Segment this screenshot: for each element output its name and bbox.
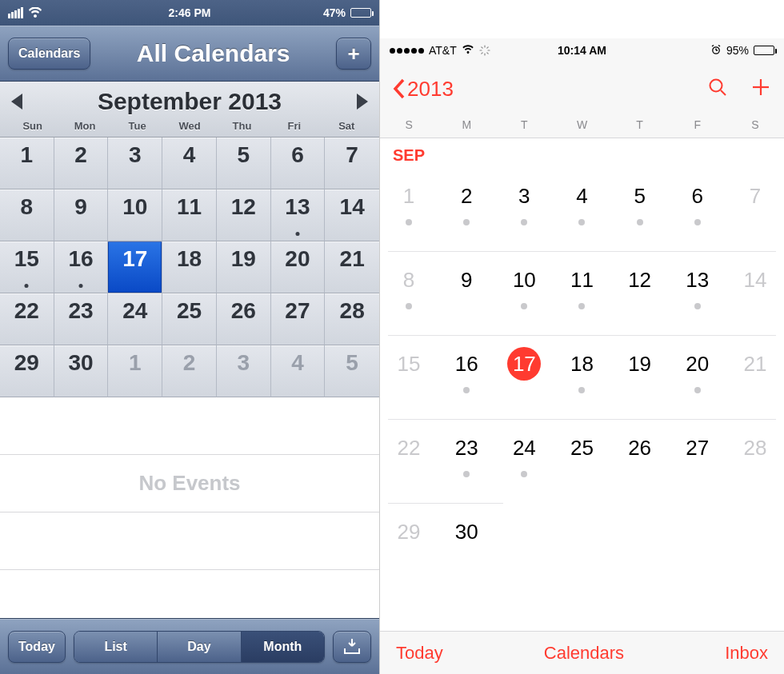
seg-list[interactable]: List (74, 632, 158, 662)
day-cell[interactable]: 9 (54, 189, 109, 241)
month-header: September 2013 SunMonTueWedThuFriSat (0, 82, 379, 138)
day-cell[interactable]: 12 (611, 252, 669, 335)
day-cell[interactable]: 2 (54, 138, 109, 189)
day-cell[interactable]: 5 (325, 345, 379, 397)
day-cell[interactable]: 8 (380, 252, 438, 335)
day-cell[interactable]: 21 (726, 336, 784, 419)
day-cell[interactable]: 1 (380, 168, 438, 251)
day-cell[interactable]: 29 (0, 345, 54, 397)
day-cell[interactable]: 23 (54, 293, 109, 345)
day-cell[interactable]: 19 (611, 336, 669, 419)
day-number: 25 (565, 431, 598, 465)
day-cell[interactable]: 17 (108, 241, 162, 293)
day-cell[interactable]: 27 (669, 420, 726, 503)
day-cell[interactable]: 14 (325, 189, 379, 241)
day-cell[interactable]: 6 (669, 168, 726, 251)
day-number: 26 (623, 431, 657, 465)
day-cell[interactable]: 17 (495, 336, 553, 419)
calendars-button[interactable]: Calendars (8, 38, 90, 70)
day-cell[interactable]: 22 (0, 293, 54, 345)
day-number: 10 (507, 263, 541, 297)
day-cell[interactable]: 4 (162, 138, 217, 189)
day-cell[interactable]: 28 (325, 293, 379, 345)
day-cell[interactable]: 30 (54, 345, 109, 397)
day-cell[interactable]: 1 (108, 345, 162, 397)
day-number: 18 (565, 347, 598, 381)
day-cell[interactable]: 3 (495, 168, 553, 251)
day-cell[interactable]: 5 (611, 168, 669, 251)
day-cell[interactable]: 9 (438, 252, 495, 335)
day-cell[interactable]: 22 (380, 420, 438, 503)
search-button[interactable] (707, 77, 728, 101)
next-month-button[interactable] (357, 94, 368, 110)
seg-day[interactable]: Day (158, 632, 241, 662)
inbox-button[interactable]: Inbox (725, 643, 768, 664)
day-cell[interactable]: 2 (438, 168, 495, 251)
day-cell[interactable]: 13 (271, 189, 326, 241)
day-cell[interactable]: 11 (162, 189, 217, 241)
day-cell[interactable]: 26 (217, 293, 271, 345)
day-cell[interactable]: 3 (108, 138, 162, 189)
day-cell[interactable]: 13 (669, 252, 726, 335)
day-cell[interactable]: 30 (438, 504, 495, 561)
day-cell[interactable]: 25 (162, 293, 217, 345)
back-button[interactable]: 2013 (393, 77, 454, 102)
day-cell[interactable]: 10 (495, 252, 553, 335)
today-button[interactable]: Today (396, 643, 443, 664)
day-cell[interactable]: 6 (271, 138, 326, 189)
day-cell[interactable]: 25 (553, 420, 610, 503)
seg-month[interactable]: Month (242, 632, 324, 662)
day-number: 2 (450, 179, 483, 213)
day-cell[interactable]: 4 (553, 168, 610, 251)
day-number: 19 (623, 347, 657, 381)
day-cell[interactable]: 10 (108, 189, 162, 241)
day-cell[interactable]: 2 (162, 345, 217, 397)
day-cell[interactable]: 3 (217, 345, 271, 397)
day-number: 15 (392, 347, 426, 381)
day-cell[interactable]: 15 (380, 336, 438, 419)
day-cell[interactable]: 1 (0, 138, 54, 189)
day-cell[interactable]: 28 (726, 420, 784, 503)
day-cell[interactable]: 18 (162, 241, 217, 293)
day-number: 8 (392, 263, 426, 297)
day-cell[interactable]: 23 (438, 420, 495, 503)
day-cell[interactable]: 14 (726, 252, 784, 335)
calendars-button[interactable]: Calendars (544, 643, 624, 664)
day-cell[interactable]: 20 (669, 336, 726, 419)
dow-label: W (553, 118, 610, 131)
day-cell[interactable]: 16 (438, 336, 495, 419)
add-event-button[interactable]: + (336, 38, 371, 70)
svg-line-11 (712, 45, 714, 46)
day-cell[interactable]: 20 (271, 241, 326, 293)
day-cell[interactable]: 21 (325, 241, 379, 293)
today-button[interactable]: Today (8, 631, 66, 663)
battery-icon (350, 8, 371, 18)
add-event-button[interactable] (750, 77, 771, 101)
day-cell[interactable]: 29 (380, 504, 438, 561)
inbox-button[interactable] (333, 631, 371, 663)
day-cell[interactable]: 18 (553, 336, 610, 419)
day-cell[interactable]: 16 (54, 241, 109, 293)
nav-bar: 2013 (380, 62, 784, 115)
day-cell[interactable]: 5 (217, 138, 271, 189)
prev-month-button[interactable] (11, 94, 22, 110)
day-cell[interactable]: 15 (0, 241, 54, 293)
day-of-week-row: SMTWTFS (380, 115, 784, 138)
day-cell[interactable]: 27 (271, 293, 326, 345)
day-cell[interactable]: 12 (217, 189, 271, 241)
day-cell[interactable]: 26 (611, 420, 669, 503)
view-segmented-control[interactable]: ListDayMonth (74, 631, 325, 663)
dow-label: S (380, 118, 438, 131)
battery-icon (754, 46, 774, 55)
day-number: 13 (681, 263, 714, 297)
day-cell[interactable]: 24 (108, 293, 162, 345)
day-cell[interactable]: 19 (217, 241, 271, 293)
day-cell[interactable]: 7 (726, 168, 784, 251)
no-events-label: No Events (138, 471, 240, 496)
day-cell[interactable]: 4 (271, 345, 326, 397)
day-cell[interactable]: 24 (495, 420, 553, 503)
day-cell[interactable]: 7 (325, 138, 379, 189)
day-cell[interactable]: 8 (0, 189, 54, 241)
day-cell[interactable]: 11 (553, 252, 610, 335)
day-number: 5 (623, 179, 657, 213)
